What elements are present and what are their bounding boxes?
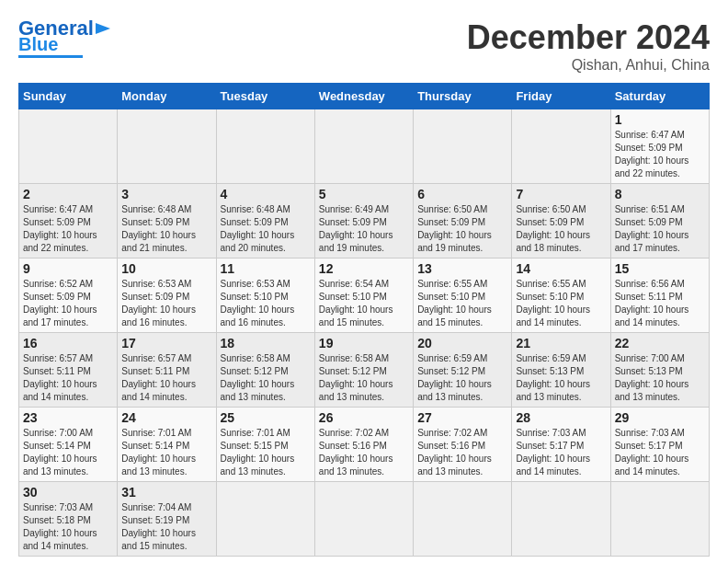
calendar-cell: 15Sunrise: 6:56 AM Sunset: 5:11 PM Dayli… xyxy=(610,259,709,333)
calendar-cell: 13Sunrise: 6:55 AM Sunset: 5:10 PM Dayli… xyxy=(414,259,512,333)
day-number: 9 xyxy=(23,261,113,276)
calendar-cell: 30Sunrise: 7:03 AM Sunset: 5:18 PM Dayli… xyxy=(19,482,118,557)
logo-blue-text: Blue xyxy=(18,35,58,53)
day-info: Sunrise: 6:53 AM Sunset: 5:10 PM Dayligh… xyxy=(221,278,311,329)
calendar-cell: 14Sunrise: 6:55 AM Sunset: 5:10 PM Dayli… xyxy=(512,259,610,333)
day-info: Sunrise: 6:56 AM Sunset: 5:11 PM Dayligh… xyxy=(615,278,705,329)
calendar-cell xyxy=(414,109,512,184)
day-info: Sunrise: 7:02 AM Sunset: 5:16 PM Dayligh… xyxy=(417,427,507,478)
day-number: 12 xyxy=(319,261,409,276)
day-info: Sunrise: 6:48 AM Sunset: 5:09 PM Dayligh… xyxy=(121,203,211,255)
calendar-cell: 2Sunrise: 6:47 AM Sunset: 5:09 PM Daylig… xyxy=(19,184,118,259)
day-info: Sunrise: 7:00 AM Sunset: 5:13 PM Dayligh… xyxy=(615,352,705,404)
weekday-header-wednesday: Wednesday xyxy=(314,84,413,109)
calendar-cell: 22Sunrise: 7:00 AM Sunset: 5:13 PM Dayli… xyxy=(610,333,709,408)
calendar-cell: 10Sunrise: 6:53 AM Sunset: 5:09 PM Dayli… xyxy=(118,259,216,333)
day-number: 5 xyxy=(319,187,409,201)
calendar-cell: 11Sunrise: 6:53 AM Sunset: 5:10 PM Dayli… xyxy=(216,259,314,333)
day-number: 18 xyxy=(221,336,311,350)
calendar-week-5: 30Sunrise: 7:03 AM Sunset: 5:18 PM Dayli… xyxy=(19,482,710,557)
calendar-cell: 17Sunrise: 6:57 AM Sunset: 5:11 PM Dayli… xyxy=(118,333,216,408)
calendar-cell: 18Sunrise: 6:58 AM Sunset: 5:12 PM Dayli… xyxy=(216,333,314,408)
day-info: Sunrise: 7:03 AM Sunset: 5:17 PM Dayligh… xyxy=(516,427,606,478)
day-info: Sunrise: 6:58 AM Sunset: 5:12 PM Dayligh… xyxy=(221,352,311,404)
calendar-cell: 23Sunrise: 7:00 AM Sunset: 5:14 PM Dayli… xyxy=(19,408,118,482)
day-info: Sunrise: 6:52 AM Sunset: 5:09 PM Dayligh… xyxy=(23,278,113,329)
calendar-cell xyxy=(19,109,118,184)
calendar-cell xyxy=(512,482,610,557)
calendar-week-1: 2Sunrise: 6:47 AM Sunset: 5:09 PM Daylig… xyxy=(19,184,710,259)
calendar-cell: 21Sunrise: 6:59 AM Sunset: 5:13 PM Dayli… xyxy=(512,333,610,408)
calendar-cell xyxy=(314,109,413,184)
day-number: 24 xyxy=(121,410,211,425)
logo-arrow-icon xyxy=(94,19,112,38)
day-info: Sunrise: 6:57 AM Sunset: 5:11 PM Dayligh… xyxy=(23,352,113,404)
day-number: 31 xyxy=(121,485,211,500)
calendar-cell xyxy=(512,109,610,184)
weekday-header-sunday: Sunday xyxy=(19,84,118,109)
day-info: Sunrise: 6:54 AM Sunset: 5:10 PM Dayligh… xyxy=(319,278,409,329)
day-number: 2 xyxy=(23,187,113,201)
calendar-cell: 6Sunrise: 6:50 AM Sunset: 5:09 PM Daylig… xyxy=(414,184,512,259)
logo: General Blue xyxy=(18,18,112,58)
day-number: 30 xyxy=(23,485,113,500)
day-number: 11 xyxy=(221,261,311,276)
calendar-week-2: 9Sunrise: 6:52 AM Sunset: 5:09 PM Daylig… xyxy=(19,259,710,333)
location-title: Qishan, Anhui, China xyxy=(467,57,710,74)
day-info: Sunrise: 7:02 AM Sunset: 5:16 PM Dayligh… xyxy=(319,427,409,478)
day-info: Sunrise: 6:58 AM Sunset: 5:12 PM Dayligh… xyxy=(319,352,409,404)
calendar-cell: 16Sunrise: 6:57 AM Sunset: 5:11 PM Dayli… xyxy=(19,333,118,408)
day-info: Sunrise: 7:03 AM Sunset: 5:17 PM Dayligh… xyxy=(615,427,705,478)
calendar-cell: 31Sunrise: 7:04 AM Sunset: 5:19 PM Dayli… xyxy=(118,482,216,557)
day-info: Sunrise: 6:47 AM Sunset: 5:09 PM Dayligh… xyxy=(23,203,113,255)
day-info: Sunrise: 6:55 AM Sunset: 5:10 PM Dayligh… xyxy=(417,278,507,329)
day-number: 1 xyxy=(615,112,705,127)
calendar-week-3: 16Sunrise: 6:57 AM Sunset: 5:11 PM Dayli… xyxy=(19,333,710,408)
logo-underline xyxy=(18,55,83,58)
calendar-cell: 5Sunrise: 6:49 AM Sunset: 5:09 PM Daylig… xyxy=(314,184,413,259)
day-number: 16 xyxy=(23,336,113,350)
calendar-week-4: 23Sunrise: 7:00 AM Sunset: 5:14 PM Dayli… xyxy=(19,408,710,482)
calendar-cell: 12Sunrise: 6:54 AM Sunset: 5:10 PM Dayli… xyxy=(314,259,413,333)
day-info: Sunrise: 6:48 AM Sunset: 5:09 PM Dayligh… xyxy=(221,203,311,255)
day-info: Sunrise: 7:00 AM Sunset: 5:14 PM Dayligh… xyxy=(23,427,113,478)
month-title: December 2024 xyxy=(467,18,710,57)
calendar-cell: 26Sunrise: 7:02 AM Sunset: 5:16 PM Dayli… xyxy=(314,408,413,482)
calendar-cell: 3Sunrise: 6:48 AM Sunset: 5:09 PM Daylig… xyxy=(118,184,216,259)
day-number: 20 xyxy=(417,336,507,350)
calendar-week-0: 1Sunrise: 6:47 AM Sunset: 5:09 PM Daylig… xyxy=(19,109,710,184)
day-info: Sunrise: 6:51 AM Sunset: 5:09 PM Dayligh… xyxy=(615,203,705,255)
calendar-cell: 1Sunrise: 6:47 AM Sunset: 5:09 PM Daylig… xyxy=(610,109,709,184)
day-number: 21 xyxy=(516,336,606,350)
day-info: Sunrise: 6:49 AM Sunset: 5:09 PM Dayligh… xyxy=(319,203,409,255)
day-number: 27 xyxy=(417,410,507,425)
day-info: Sunrise: 7:03 AM Sunset: 5:18 PM Dayligh… xyxy=(23,501,113,553)
day-number: 14 xyxy=(516,261,606,276)
day-info: Sunrise: 7:01 AM Sunset: 5:15 PM Dayligh… xyxy=(221,427,311,478)
day-number: 6 xyxy=(417,187,507,201)
day-number: 17 xyxy=(121,336,211,350)
calendar-cell xyxy=(216,109,314,184)
calendar-cell: 25Sunrise: 7:01 AM Sunset: 5:15 PM Dayli… xyxy=(216,408,314,482)
day-number: 26 xyxy=(319,410,409,425)
calendar-table: SundayMondayTuesdayWednesdayThursdayFrid… xyxy=(18,83,710,557)
day-info: Sunrise: 6:59 AM Sunset: 5:12 PM Dayligh… xyxy=(417,352,507,404)
day-number: 13 xyxy=(417,261,507,276)
day-info: Sunrise: 6:53 AM Sunset: 5:09 PM Dayligh… xyxy=(121,278,211,329)
weekday-header-monday: Monday xyxy=(118,84,216,109)
day-info: Sunrise: 6:47 AM Sunset: 5:09 PM Dayligh… xyxy=(615,129,705,180)
day-info: Sunrise: 6:50 AM Sunset: 5:09 PM Dayligh… xyxy=(516,203,606,255)
day-number: 29 xyxy=(615,410,705,425)
day-info: Sunrise: 6:50 AM Sunset: 5:09 PM Dayligh… xyxy=(417,203,507,255)
title-block: December 2024 Qishan, Anhui, China xyxy=(467,18,710,74)
page-header: General Blue December 2024 Qishan, Anhui… xyxy=(18,18,710,74)
calendar-cell: 9Sunrise: 6:52 AM Sunset: 5:09 PM Daylig… xyxy=(19,259,118,333)
calendar-cell xyxy=(610,482,709,557)
weekday-header-thursday: Thursday xyxy=(414,84,512,109)
day-info: Sunrise: 6:55 AM Sunset: 5:10 PM Dayligh… xyxy=(516,278,606,329)
weekday-header-saturday: Saturday xyxy=(610,84,709,109)
day-number: 8 xyxy=(615,187,705,201)
weekday-header-row: SundayMondayTuesdayWednesdayThursdayFrid… xyxy=(19,84,710,109)
day-number: 4 xyxy=(221,187,311,201)
calendar-cell: 27Sunrise: 7:02 AM Sunset: 5:16 PM Dayli… xyxy=(414,408,512,482)
